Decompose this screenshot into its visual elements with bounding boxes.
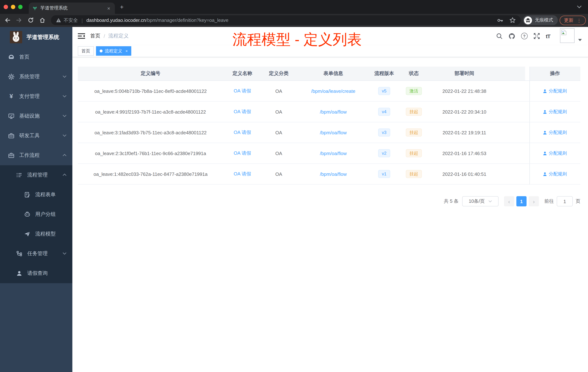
password-key-icon[interactable] [497, 17, 503, 23]
avatar[interactable] [560, 28, 575, 43]
security-warning-icon[interactable] [56, 18, 61, 22]
list-icon [16, 172, 22, 178]
sidebar-item-label: 系统管理 [19, 74, 40, 80]
select-chevron-icon [488, 200, 492, 202]
browser-tab[interactable]: 芋道管理系统 × [29, 2, 115, 14]
url-path[interactable]: /bpm/manager/definition?key=oa_leave [146, 17, 229, 23]
form-link[interactable]: /bpm/oa/flow [320, 171, 346, 177]
tab-close-icon[interactable]: × [106, 5, 111, 11]
col-deploy-time: 部署时间 [430, 70, 499, 77]
tag-process-definition[interactable]: 流程定义 × [96, 46, 131, 56]
window-zoom-button[interactable] [18, 5, 22, 9]
breadcrumb-home[interactable]: 首页 [90, 33, 100, 39]
search-icon[interactable] [496, 33, 503, 39]
assign-rule-button[interactable]: 分配规则 [543, 129, 567, 136]
version-badge: v1 [378, 170, 390, 178]
sidebar-item-label: 支付管理 [19, 93, 40, 100]
sidebar-item-task-management[interactable]: 任务管理 [0, 244, 72, 263]
browser-toolbar: 不安全 | dashboard.yudao.iocoder.cn/bpm/man… [0, 14, 588, 27]
sidebar-item-infrastructure[interactable]: 基础设施 [0, 106, 72, 126]
font-size-icon[interactable]: tT [546, 33, 550, 39]
home-icon[interactable] [39, 17, 45, 23]
table-row: oa_leave:3:1fad3d93-7b75-11ec-a3c8-acde4… [78, 122, 580, 143]
window-close-button[interactable] [4, 5, 8, 9]
fullscreen-icon[interactable] [534, 33, 540, 39]
form-link[interactable]: /bpm/oa/leave/create [311, 88, 356, 94]
sidebar-item-payment[interactable]: ¥ 支付管理 [0, 87, 72, 106]
sidebar-item-process-management[interactable]: 流程管理 [0, 165, 72, 185]
page-size-select[interactable]: 10条/页 [462, 196, 499, 206]
update-label[interactable]: 更新 [564, 17, 573, 24]
goto-label: 前往 [544, 198, 554, 205]
table-header-row: 定义编号 定义名称 定义分类 表单信息 流程版本 状态 部署时间 操作 [78, 67, 580, 81]
cell-deploy-time: 2022-01-22 21:48:38 [430, 88, 499, 94]
forward-icon[interactable] [16, 17, 22, 23]
cell-category: OA [262, 151, 296, 156]
dashboard-icon [8, 54, 15, 60]
workflow-submenu: 流程管理 流程表单 用户分组 流程模型 [0, 165, 72, 283]
browser-update-button[interactable]: 更新 ⋮ [560, 16, 586, 25]
current-page-button[interactable]: 1 [516, 196, 526, 206]
assign-rule-button[interactable]: 分配规则 [543, 109, 567, 115]
breadcrumb: 首页 / 流程定义 [90, 27, 129, 45]
prev-page-button[interactable]: ‹ [504, 196, 514, 206]
sidebar-item-label: 工作流程 [19, 152, 40, 159]
avatar-caret-icon[interactable] [578, 39, 582, 41]
sidebar-item-home[interactable]: 首页 [0, 47, 72, 67]
table-row: oa_leave:2:3c1f0ef1-76b1-11ec-9c66-a2380… [78, 143, 580, 164]
cell-deploy-time: 2022-01-22 19:19:11 [430, 130, 499, 135]
form-link[interactable]: /bpm/oa/flow [320, 151, 346, 156]
version-badge: v2 [378, 149, 390, 157]
reload-icon[interactable] [28, 17, 34, 23]
github-icon[interactable] [508, 33, 515, 40]
definition-name-link[interactable]: OA 请假 [234, 150, 251, 156]
group-icon [24, 211, 31, 218]
definition-name-link[interactable]: OA 请假 [234, 130, 251, 135]
security-label[interactable]: 不安全 [64, 17, 78, 23]
assign-rule-button[interactable]: 分配规则 [543, 150, 567, 156]
assign-rule-button[interactable]: 分配规则 [543, 171, 567, 177]
sidebar-item-label: 首页 [19, 54, 30, 60]
tag-home[interactable]: 首页 [78, 46, 94, 56]
col-actions: 操作 [529, 67, 580, 80]
tab-title: 芋道管理系统 [40, 5, 106, 11]
next-page-button[interactable]: › [529, 196, 539, 206]
tab-search-chevron-icon[interactable] [577, 5, 581, 8]
sidebar-item-dev-tools[interactable]: 研发工具 [0, 126, 72, 146]
assign-rule-button[interactable]: 分配规则 [543, 88, 567, 94]
sidebar-item-process-form[interactable]: 流程表单 [0, 185, 72, 205]
window-minimize-button[interactable] [11, 5, 15, 9]
back-icon[interactable] [4, 17, 10, 23]
chevron-down-icon [63, 115, 67, 117]
url-domain[interactable]: dashboard.yudao.iocoder.cn [86, 17, 146, 23]
sidebar-item-workflow[interactable]: 工作流程 [0, 146, 72, 165]
sidebar-item-leave-query[interactable]: 请假查询 [0, 263, 72, 283]
definition-name-link[interactable]: OA 请假 [234, 88, 251, 94]
cell-deploy-time: 2022-01-22 20:34:10 [430, 109, 499, 114]
col-definition-category: 定义分类 [262, 70, 296, 77]
form-link[interactable]: /bpm/oa/flow [320, 109, 346, 114]
window-controls[interactable] [4, 5, 22, 9]
help-icon[interactable]: ? [521, 33, 528, 39]
tag-close-icon[interactable]: × [126, 49, 128, 53]
new-tab-button[interactable]: + [120, 4, 124, 11]
definition-name-link[interactable]: OA 请假 [234, 109, 251, 114]
sidebar-item-label: 流程管理 [27, 172, 48, 178]
form-link[interactable]: /bpm/oa/flow [320, 130, 346, 135]
chevron-down-icon [63, 75, 67, 78]
main-area: 首页 / 流程定义 ? tT [72, 27, 588, 372]
sidebar-item-system[interactable]: 系统管理 [0, 67, 72, 87]
sidebar-logo[interactable]: 芋道管理系统 [0, 27, 72, 47]
col-process-version: 流程版本 [370, 70, 398, 77]
sidebar-item-process-model[interactable]: 流程模型 [0, 224, 72, 244]
goto-page-input[interactable] [557, 196, 573, 206]
browser-menu-dots-icon[interactable]: ⋮ [577, 18, 581, 23]
bookmark-star-icon[interactable] [509, 17, 516, 23]
sidebar-toggle-icon[interactable] [78, 33, 85, 39]
definition-name-link[interactable]: OA 请假 [234, 171, 251, 176]
status-badge: 激活 [406, 87, 422, 95]
sidebar-item-user-group[interactable]: 用户分组 [0, 205, 72, 224]
url-bar[interactable]: 不安全 | dashboard.yudao.iocoder.cn/bpm/man… [51, 15, 521, 25]
sidebar-item-label: 基础设施 [19, 113, 40, 119]
col-definition-id: 定义编号 [78, 70, 223, 77]
